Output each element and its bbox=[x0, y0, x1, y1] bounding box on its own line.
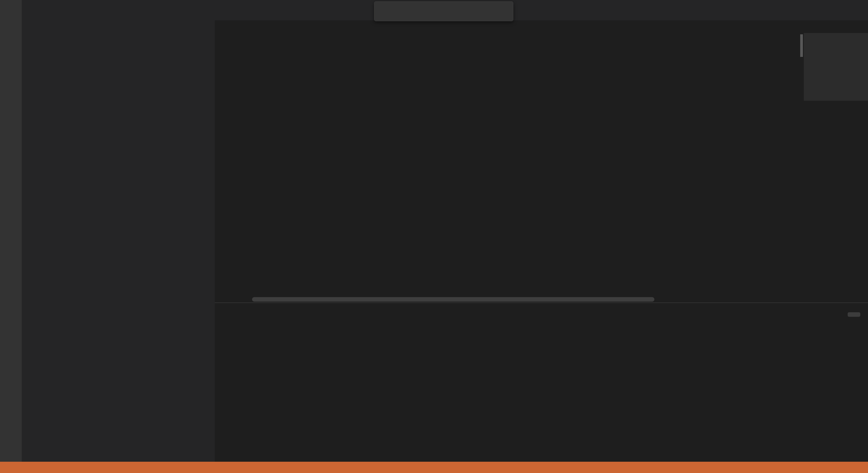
activity-bar bbox=[0, 0, 22, 462]
bottom-panel bbox=[215, 303, 868, 462]
status-bar bbox=[0, 462, 868, 473]
terminal-picker-dropdown[interactable] bbox=[848, 312, 860, 317]
horizontal-scrollbar[interactable] bbox=[252, 297, 654, 302]
minimap[interactable] bbox=[804, 33, 868, 303]
debug-toolbar bbox=[374, 1, 513, 21]
editor-tab-bar bbox=[215, 0, 868, 20]
breadcrumb bbox=[215, 20, 868, 33]
sidebar-title bbox=[22, 0, 215, 11]
workspace-header[interactable] bbox=[22, 24, 215, 36]
vertical-scrollbar[interactable] bbox=[800, 34, 803, 57]
editor-group bbox=[215, 0, 868, 303]
open-editors-header[interactable] bbox=[22, 11, 215, 24]
minimap-viewport[interactable] bbox=[804, 33, 868, 101]
terminal-output[interactable] bbox=[215, 326, 868, 332]
code-editor[interactable] bbox=[215, 33, 804, 303]
panel-controls bbox=[848, 312, 860, 317]
explorer-sidebar bbox=[22, 0, 215, 462]
panel-header bbox=[215, 303, 868, 326]
